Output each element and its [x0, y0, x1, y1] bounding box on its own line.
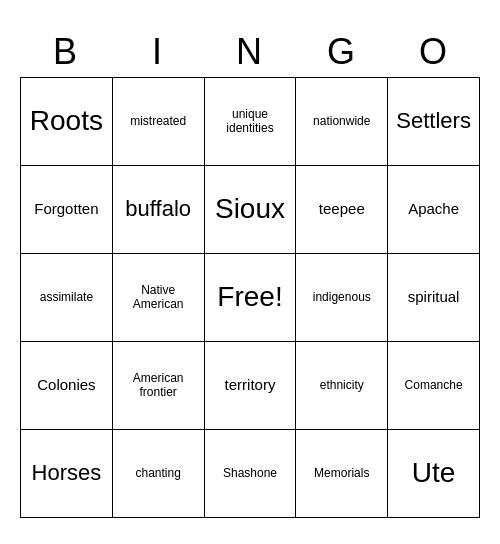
cell-r4-c2: Shashone	[205, 430, 297, 518]
cell-text-r4-c1: chanting	[136, 466, 181, 480]
cell-r4-c3: Memorials	[296, 430, 388, 518]
header-letter-g: G	[296, 27, 388, 77]
cell-r3-c3: ethnicity	[296, 342, 388, 430]
cell-r1-c0: Forgotten	[21, 166, 113, 254]
cell-text-r0-c1: mistreated	[130, 114, 186, 128]
cell-text-r4-c2: Shashone	[223, 466, 277, 480]
cell-text-r0-c2: unique identities	[209, 107, 292, 136]
cell-text-r4-c0: Horses	[32, 460, 102, 486]
cell-r3-c4: Comanche	[388, 342, 480, 430]
cell-text-r2-c1: Native American	[117, 283, 200, 312]
cell-text-r1-c2: Sioux	[215, 192, 285, 226]
cell-r4-c0: Horses	[21, 430, 113, 518]
cell-r0-c2: unique identities	[205, 78, 297, 166]
cell-r2-c0: assimilate	[21, 254, 113, 342]
cell-r4-c1: chanting	[113, 430, 205, 518]
cell-r2-c1: Native American	[113, 254, 205, 342]
bingo-header: BINGO	[20, 27, 480, 77]
cell-text-r3-c2: territory	[225, 376, 276, 394]
cell-text-r1-c1: buffalo	[125, 196, 191, 222]
cell-r1-c4: Apache	[388, 166, 480, 254]
cell-text-r2-c0: assimilate	[40, 290, 93, 304]
cell-text-r3-c3: ethnicity	[320, 378, 364, 392]
bingo-grid: Rootsmistreatedunique identitiesnationwi…	[20, 77, 480, 518]
cell-r0-c3: nationwide	[296, 78, 388, 166]
cell-text-r0-c0: Roots	[30, 104, 103, 138]
cell-r2-c2: Free!	[205, 254, 297, 342]
cell-r0-c0: Roots	[21, 78, 113, 166]
cell-r2-c4: spiritual	[388, 254, 480, 342]
cell-text-r3-c0: Colonies	[37, 376, 95, 394]
cell-r2-c3: indigenous	[296, 254, 388, 342]
cell-text-r3-c1: American frontier	[117, 371, 200, 400]
cell-r4-c4: Ute	[388, 430, 480, 518]
cell-text-r0-c4: Settlers	[396, 108, 471, 134]
header-letter-b: B	[20, 27, 112, 77]
cell-text-r2-c3: indigenous	[313, 290, 371, 304]
cell-text-r4-c3: Memorials	[314, 466, 369, 480]
header-letter-o: O	[388, 27, 480, 77]
cell-text-r3-c4: Comanche	[405, 378, 463, 392]
cell-text-r2-c4: spiritual	[408, 288, 460, 306]
cell-r3-c1: American frontier	[113, 342, 205, 430]
cell-r1-c3: teepee	[296, 166, 388, 254]
cell-text-r2-c2: Free!	[217, 280, 282, 314]
cell-r0-c4: Settlers	[388, 78, 480, 166]
cell-r0-c1: mistreated	[113, 78, 205, 166]
cell-r1-c2: Sioux	[205, 166, 297, 254]
cell-text-r1-c3: teepee	[319, 200, 365, 218]
cell-r1-c1: buffalo	[113, 166, 205, 254]
header-letter-n: N	[204, 27, 296, 77]
cell-text-r1-c4: Apache	[408, 200, 459, 218]
bingo-card: BINGO Rootsmistreatedunique identitiesna…	[20, 27, 480, 518]
header-letter-i: I	[112, 27, 204, 77]
cell-text-r4-c4: Ute	[412, 456, 456, 490]
cell-text-r0-c3: nationwide	[313, 114, 370, 128]
cell-r3-c0: Colonies	[21, 342, 113, 430]
cell-r3-c2: territory	[205, 342, 297, 430]
cell-text-r1-c0: Forgotten	[34, 200, 98, 218]
